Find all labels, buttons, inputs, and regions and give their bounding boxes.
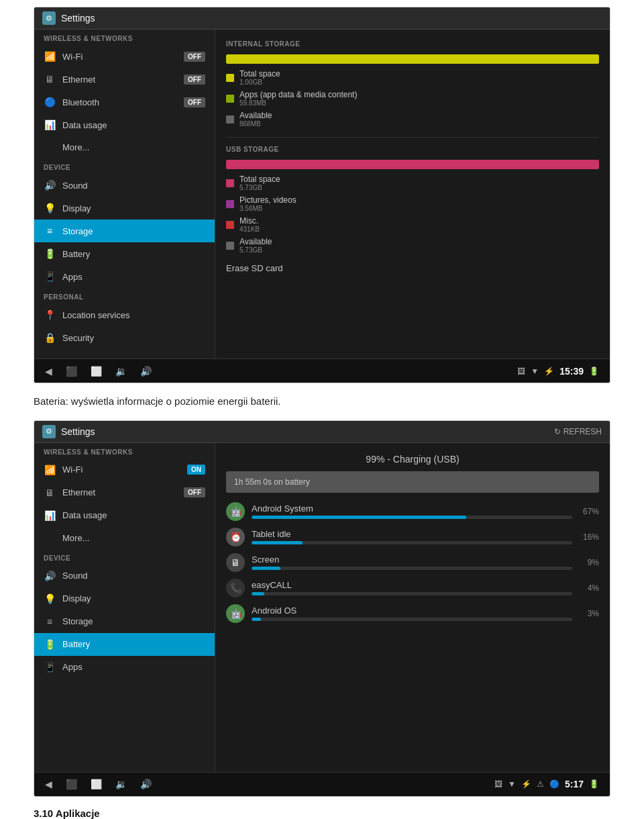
usb-pictures-size: 3.56MB: [239, 205, 599, 212]
screen-info: Screen: [252, 555, 572, 570]
internal-apps-size: 59.83MB: [239, 99, 599, 107]
vol-down-icon-1[interactable]: 🔉: [115, 366, 127, 377]
wifi-icon-2: 📶: [44, 465, 56, 475]
location-icon-1: 📍: [44, 309, 56, 320]
back-icon-2[interactable]: ◀: [45, 779, 52, 789]
sidebar-item-wifi-1[interactable]: 📶 Wi-Fi OFF: [34, 45, 215, 68]
battery-icon-2: 🔋: [44, 639, 56, 650]
wifi-toggle-1[interactable]: OFF: [184, 52, 205, 62]
sidebar-item-sound-1[interactable]: 🔊 Sound: [34, 174, 215, 197]
title-text-2: Settings: [61, 426, 95, 437]
sidebar-item-display-1[interactable]: 💡 Display: [34, 197, 215, 220]
android-system-icon: 🤖: [226, 502, 245, 521]
sidebar-item-bluetooth-1[interactable]: 🔵 Bluetooth OFF: [34, 91, 215, 113]
sidebar-item-more-1[interactable]: More...: [34, 136, 215, 158]
sidebar-item-storage-2[interactable]: ≡ Storage: [34, 610, 215, 633]
internal-available-label: Available: [239, 111, 599, 120]
usb-available-label: Available: [239, 237, 599, 246]
usb-available-size: 5.73GB: [239, 246, 599, 254]
usb-total-row: Total space 5.73GB: [226, 175, 599, 191]
storage-label-2: Storage: [62, 616, 93, 626]
sidebar-item-security-1[interactable]: 🔒 Security: [34, 326, 215, 349]
section-heading: 3.10 Aplikacje: [34, 808, 610, 819]
erase-sd-button[interactable]: Erase SD card: [226, 263, 599, 273]
apps-icon-1: 📱: [44, 271, 56, 282]
sidebar-item-more-2[interactable]: More...: [34, 527, 215, 549]
home-icon-2[interactable]: ⬛: [66, 779, 77, 789]
section-label-wireless-2: WIRELESS & NETWORKS: [34, 443, 215, 459]
usb-misc-dot: [226, 221, 234, 229]
recents-icon-1[interactable]: ⬜: [91, 366, 102, 377]
sidebar-item-data-usage-1[interactable]: 📊 Data usage: [34, 113, 215, 136]
android-os-bar-track: [252, 618, 572, 621]
usb-bar-fill: [226, 160, 599, 169]
ethernet-toggle-2[interactable]: OFF: [184, 487, 205, 497]
vol-down-icon-2[interactable]: 🔉: [115, 779, 127, 789]
battery-item-screen[interactable]: 🖥 Screen 9%: [226, 553, 599, 572]
internal-apps-row: Apps (app data & media content) 59.83MB: [226, 90, 599, 107]
sidebar-item-location-1[interactable]: 📍 Location services: [34, 303, 215, 326]
storage-divider-1: [226, 137, 599, 138]
sidebar-item-wifi-2[interactable]: 📶 Wi-Fi ON: [34, 459, 215, 481]
storage-icon-1: ≡: [44, 226, 56, 236]
nav-bar-1: ◀ ⬛ ⬜ 🔉 🔊 🖼 ▼ ⚡ 15:39 🔋: [34, 358, 610, 383]
nav-bar-right-1: 🖼 ▼ ⚡ 15:39 🔋: [517, 366, 599, 377]
battery-item-tablet-idle[interactable]: ⏰ Tablet idle 16%: [226, 528, 599, 546]
battery-item-android-system[interactable]: 🤖 Android System 67%: [226, 502, 599, 521]
sidebar-item-display-2[interactable]: 💡 Display: [34, 587, 215, 610]
ethernet-label-2: Ethernet: [62, 487, 95, 497]
battery-item-android-os[interactable]: 🤖 Android OS 3%: [226, 604, 599, 623]
internal-apps-text: Apps (app data & media content) 59.83MB: [239, 90, 599, 107]
location-label-1: Location services: [62, 310, 129, 320]
sidebar-item-apps-2[interactable]: 📱 Apps: [34, 656, 215, 679]
android-os-bar: [252, 618, 261, 621]
refresh-btn[interactable]: ↻ REFRESH: [554, 427, 602, 436]
sidebar-item-apps-1[interactable]: 📱 Apps: [34, 265, 215, 288]
usb-pictures-dot: [226, 200, 234, 208]
sidebar-item-storage-1[interactable]: ≡ Storage: [34, 220, 215, 242]
battery-icon-status-1: 🔋: [589, 367, 599, 376]
wifi-toggle-2[interactable]: ON: [187, 465, 205, 475]
sidebar-2: WIRELESS & NETWORKS 📶 Wi-Fi ON 🖥 Etherne…: [34, 443, 215, 772]
title-bar-1: ⚙ Settings: [34, 7, 610, 30]
home-icon-1[interactable]: ⬛: [66, 366, 77, 377]
internal-available-row: Available 868MB: [226, 111, 599, 128]
sidebar-item-battery-1[interactable]: 🔋 Battery: [34, 242, 215, 265]
usb-icon-2: ⚡: [521, 779, 531, 789]
back-icon-1[interactable]: ◀: [45, 366, 52, 377]
settings-body-2: WIRELESS & NETWORKS 📶 Wi-Fi ON 🖥 Etherne…: [34, 443, 610, 772]
section-label-device-2: DEVICE: [34, 549, 215, 565]
usb-available-text: Available 5.73GB: [239, 237, 599, 254]
sidebar-item-ethernet-1[interactable]: 🖥 Ethernet OFF: [34, 68, 215, 91]
bluetooth-toggle-1[interactable]: OFF: [184, 97, 205, 107]
screenshot-icon-2: 🖼: [494, 779, 502, 789]
android-system-label: Android System: [252, 503, 572, 514]
usb-pictures-row: Pictures, videos 3.56MB: [226, 195, 599, 212]
usb-total-dot: [226, 179, 234, 187]
title-bar-2: ⚙ Settings ↻ REFRESH: [34, 421, 610, 443]
time-2: 5:17: [565, 779, 584, 789]
bt-icon: 🔵: [549, 779, 559, 789]
sidebar-item-battery-2[interactable]: 🔋 Battery: [34, 633, 215, 656]
sidebar-item-data-usage-2[interactable]: 📊 Data usage: [34, 504, 215, 527]
battery-item-easycall[interactable]: 📞 easyCALL 4%: [226, 579, 599, 597]
vol-up-icon-2[interactable]: 🔊: [140, 779, 152, 789]
more-label-1: More...: [62, 142, 89, 152]
sidebar-item-sound-2[interactable]: 🔊 Sound: [34, 565, 215, 587]
wifi-label-2: Wi-Fi: [62, 465, 83, 475]
ethernet-toggle-1[interactable]: OFF: [184, 75, 205, 85]
section-label-personal-1: PERSONAL: [34, 288, 215, 303]
section-label-wireless-1: WIRELESS & NETWORKS: [34, 30, 215, 45]
screen-bar-track: [252, 567, 572, 570]
recents-icon-2[interactable]: ⬜: [91, 779, 102, 789]
internal-storage-bar: Total space 1.00GB Apps (app data & medi…: [226, 54, 599, 128]
battery-label-2: Battery: [62, 639, 90, 649]
internal-total-dot: [226, 74, 234, 82]
screenshot-2: ⚙ Settings ↻ REFRESH WIRELESS & NETWORKS…: [34, 420, 610, 797]
internal-storage-title: INTERNAL STORAGE: [226, 40, 599, 48]
sidebar-item-ethernet-2[interactable]: 🖥 Ethernet OFF: [34, 481, 215, 504]
storage-icon-2: ≡: [44, 616, 56, 627]
battery-label-1: Battery: [62, 249, 90, 259]
content-battery-2: 99% - Charging (USB) 1h 55m 0s on batter…: [215, 443, 610, 772]
vol-up-icon-1[interactable]: 🔊: [140, 366, 152, 377]
